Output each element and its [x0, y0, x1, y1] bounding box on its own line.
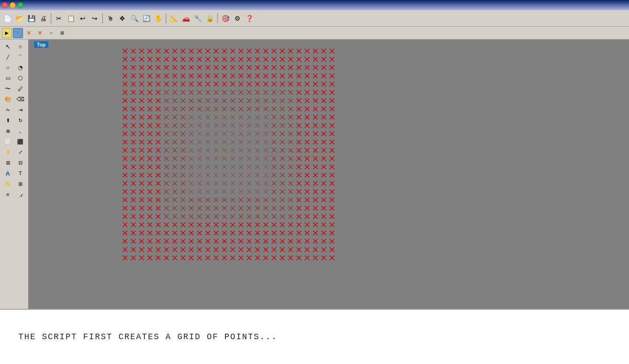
left-toolbar-row-13: A T [2, 168, 26, 178]
lt-3d-icon[interactable]: 🎲 [14, 189, 26, 199]
left-toolbar: ↖ ⊹ ╱ ⌒ ○ ◔ ▭ ⬡ 〜 🖊 🎨 ⌫ ✁ ⇥ ⬆ ↻ [0, 40, 29, 309]
lt-boolean-icon[interactable]: ⊕ [2, 126, 14, 136]
lt-polyline-icon[interactable]: ⌒ [14, 52, 26, 62]
toolbar-separator-3 [166, 13, 166, 23]
toolbar-separator-2 [102, 13, 103, 23]
lt-extend-icon[interactable]: ⇥ [14, 105, 26, 115]
tb2-curve-icon[interactable]: × [24, 28, 34, 38]
lt-trim-icon[interactable]: ✁ [2, 105, 14, 115]
lt-dim-icon[interactable]: ⬇ [2, 147, 14, 157]
left-toolbar-row-8: ⬆ ↻ [2, 115, 26, 125]
left-toolbar-row-5: 〜 🖊 [2, 84, 26, 94]
left-toolbar-row-1: ↖ ⊹ [2, 41, 26, 51]
lt-group-icon[interactable]: ⊞ [2, 158, 14, 168]
tb2-surface-icon[interactable]: × [35, 28, 45, 38]
open-icon[interactable]: 📂 [14, 13, 25, 24]
save-icon[interactable]: 💾 [26, 13, 37, 24]
lt-annotation-icon[interactable]: T [14, 168, 26, 178]
lt-select-icon[interactable]: ↖ [2, 41, 14, 51]
lt-rect-icon[interactable]: ▭ [2, 73, 14, 83]
lt-select2-icon[interactable]: ⊹ [14, 41, 26, 51]
lt-text-icon[interactable]: A [2, 168, 14, 178]
toolbar-separator-4 [217, 13, 218, 23]
left-toolbar-row-15: ≡ 🎲 [2, 189, 26, 199]
snap-icon[interactable]: 🎯 [220, 13, 231, 24]
tb2-solid-icon[interactable]: ○ [46, 28, 56, 38]
left-toolbar-row-4: ▭ ⬡ [2, 73, 26, 83]
toolbar-separator-1 [51, 13, 51, 23]
left-toolbar-row-14: 📏 ⊞ [2, 179, 26, 189]
main-area: ↖ ⊹ ╱ ⌒ ○ ◔ ▭ ⬡ 〜 🖊 🎨 ⌫ ✁ ⇥ ⬆ ↻ [0, 40, 629, 309]
settings-icon[interactable]: ⚙ [232, 13, 243, 24]
viewport[interactable]: Top [29, 40, 629, 309]
select-icon[interactable]: 🖱 [105, 13, 116, 24]
lt-sphere-icon[interactable]: ⬛ [14, 136, 26, 147]
caption-area: THE SCRIPT FIRST CREATES A GRID OF POINT… [0, 309, 629, 364]
lt-measure-icon[interactable]: 📏 [2, 179, 14, 189]
lt-ungroup-icon[interactable]: ⊟ [14, 158, 26, 168]
left-toolbar-row-3: ○ ◔ [2, 63, 26, 73]
grid-area [120, 46, 350, 272]
close-button[interactable] [2, 2, 8, 8]
lt-paint-icon[interactable]: 🎨 [2, 94, 14, 104]
left-toolbar-row-6: 🎨 ⌫ [2, 94, 26, 104]
lt-extrude-icon[interactable]: ⬆ [2, 115, 14, 125]
render-icon[interactable]: 🔧 [192, 13, 203, 24]
tb2-select-icon[interactable]: ▶ [2, 28, 12, 38]
lt-arc-icon[interactable]: ◔ [14, 63, 26, 73]
left-toolbar-row-10: ⬜ ⬛ [2, 136, 26, 147]
left-toolbar-row-12: ⊞ ⊟ [2, 158, 26, 168]
lt-box-icon[interactable]: ⬜ [2, 136, 14, 147]
titlebar [0, 0, 629, 10]
help-icon[interactable]: ❓ [244, 13, 255, 24]
lock-icon[interactable]: 🔒 [204, 13, 215, 24]
left-toolbar-row-2: ╱ ⌒ [2, 52, 26, 62]
maximize-button[interactable] [17, 2, 23, 8]
layer-icon[interactable]: 📐 [168, 13, 179, 24]
lt-freeform-icon[interactable]: 🖊 [14, 84, 26, 94]
new-icon[interactable]: 📄 [2, 13, 13, 24]
lt-mirror-icon[interactable]: ⤢ [14, 147, 26, 157]
lt-revolve-icon[interactable]: ↻ [14, 115, 26, 125]
secondary-toolbar: ▶ · × × ○ ⊞ [0, 27, 629, 40]
traffic-lights [2, 2, 23, 8]
undo-icon[interactable]: ↩ [77, 13, 88, 24]
object-icon[interactable]: 🚗 [180, 13, 191, 24]
lt-fillet-icon[interactable]: ◟ [14, 126, 26, 136]
lt-line-icon[interactable]: ╱ [2, 52, 14, 62]
lt-curve-icon[interactable]: 〜 [2, 84, 14, 94]
move-icon[interactable]: ✥ [117, 13, 128, 24]
left-toolbar-row-7: ✁ ⇥ [2, 105, 26, 115]
cut-icon[interactable]: ✂ [53, 13, 64, 24]
lt-block-icon[interactable]: ⊞ [14, 179, 26, 189]
print-icon[interactable]: 🖨 [38, 13, 49, 24]
tb2-point-icon[interactable]: · [13, 28, 23, 38]
redo-icon[interactable]: ↪ [89, 13, 100, 24]
zoom-icon[interactable]: 🔍 [129, 13, 140, 24]
lt-circle-icon[interactable]: ○ [2, 63, 14, 73]
tb2-mesh-icon[interactable]: ⊞ [57, 28, 67, 38]
rotate-icon[interactable]: 🔄 [141, 13, 152, 24]
left-toolbar-row-11: ⬇ ⤢ [2, 147, 26, 157]
lt-analyze-icon[interactable]: ≡ [2, 189, 14, 199]
grid-svg [120, 46, 350, 272]
lt-polygon-icon[interactable]: ⬡ [14, 73, 26, 83]
main-toolbar: 📄 📂 💾 🖨 ✂ 📋 ↩ ↪ 🖱 ✥ 🔍 🔄 ✋ 📐 🚗 🔧 🔒 🎯 ⚙ ❓ [0, 10, 629, 27]
lt-erase-icon[interactable]: ⌫ [14, 94, 26, 104]
copy-icon[interactable]: 📋 [65, 13, 76, 24]
minimize-button[interactable] [10, 2, 16, 8]
left-toolbar-row-9: ⊕ ◟ [2, 126, 26, 136]
pan-icon[interactable]: ✋ [153, 13, 164, 24]
viewport-label: Top [34, 41, 48, 48]
caption-text: THE SCRIPT FIRST CREATES A GRID OF POINT… [18, 332, 277, 341]
